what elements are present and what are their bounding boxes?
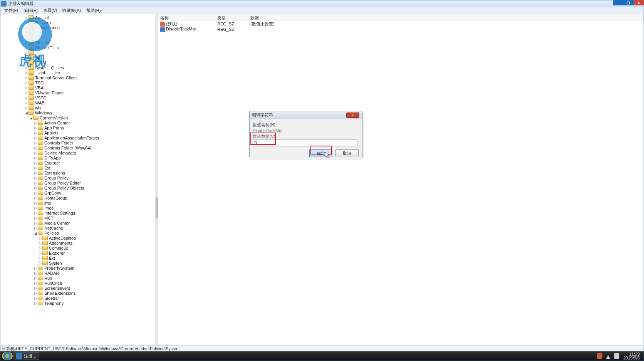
tree-node[interactable]: ▷Shell Extensions (1, 290, 158, 296)
expander-icon[interactable]: ▷ (34, 181, 38, 185)
expander-icon[interactable]: ▷ (34, 281, 38, 285)
expander-icon[interactable]: ▷ (34, 286, 38, 290)
expander-icon[interactable]: ▷ (24, 81, 29, 85)
col-type[interactable]: 类型 (215, 14, 248, 21)
expander-icon[interactable]: ▷ (34, 186, 38, 190)
cancel-button[interactable]: 取消 (335, 149, 359, 157)
tree-node[interactable]: ◢Policies (1, 230, 158, 235)
tree-node[interactable]: ▷Syste… C…tes (1, 65, 158, 70)
expander-icon[interactable]: ▷ (34, 171, 38, 175)
expander-icon[interactable]: ▷ (34, 291, 38, 295)
expander-icon[interactable]: ▷ (38, 246, 42, 250)
tree-node[interactable]: ▷Au…ial (1, 15, 158, 20)
tree-node[interactable]: ▷Group Policy Objects (1, 185, 158, 190)
close-button[interactable]: x (634, 0, 644, 5)
scrollbar-thumb[interactable] (156, 197, 158, 218)
expander-icon[interactable]: ▷ (38, 256, 42, 260)
tree-node[interactable]: ▷Explorer (1, 160, 158, 165)
expander-icon[interactable]: ▷ (38, 261, 42, 265)
expander-icon[interactable]: ▷ (34, 131, 38, 135)
expander-icon[interactable]: ▷ (34, 151, 38, 155)
expander-icon[interactable]: ▷ (34, 121, 38, 125)
tray-clock[interactable]: 11:29 2019/9/5 (623, 352, 640, 360)
tree-node[interactable]: ◢Windows (1, 110, 158, 115)
expander-icon[interactable]: ▷ (34, 296, 38, 300)
ok-button[interactable]: 确定 (309, 149, 332, 157)
tree-node[interactable]: ▷Controls Folder (Wow64) (1, 145, 158, 150)
tree-node[interactable]: ▷Attachments (1, 240, 158, 245)
expander-icon[interactable]: ▷ (24, 91, 29, 95)
expander-icon[interactable]: ▷ (24, 71, 29, 75)
tree-node[interactable]: ▷TPG (1, 80, 158, 85)
tree-node[interactable]: ▷… (1, 30, 158, 35)
tree-node[interactable]: ▷Sp… (1, 55, 158, 60)
expander-icon[interactable]: ▷ (24, 41, 29, 45)
taskbar-app-regedit[interactable]: 注册… (13, 352, 39, 360)
value-data-input[interactable] (253, 139, 357, 146)
dialog-close-button[interactable]: x (346, 112, 359, 118)
tree-node[interactable]: ▷…QM … (1, 60, 158, 65)
tray-network-icon[interactable] (614, 353, 619, 359)
tree-node[interactable]: ▷DIFxApp (1, 155, 158, 160)
expander-icon[interactable]: ▷ (24, 66, 29, 70)
tree-node[interactable]: ▷NetCache (1, 225, 158, 230)
tree-node[interactable]: ▷Sh…ed (1, 40, 158, 45)
expander-icon[interactable]: ▷ (24, 31, 29, 35)
maximize-button[interactable]: ▢ (623, 0, 634, 5)
tree-node[interactable]: ▷Systen (1, 260, 158, 265)
tree-node[interactable]: ▷wfs (1, 105, 158, 110)
tree-node[interactable]: ▷Screensavers (1, 285, 158, 290)
tree-node[interactable]: ▷ActiveDesktop (1, 235, 158, 240)
col-name[interactable]: 名称 (158, 14, 215, 21)
expander-icon[interactable]: ▷ (34, 141, 38, 145)
tree-node[interactable]: ▷HomeGroup (1, 195, 158, 200)
expander-icon[interactable]: ▷ (24, 26, 29, 30)
expander-icon[interactable]: ◢ (29, 116, 33, 120)
menu-file[interactable]: 文件(F) (2, 7, 20, 14)
expander-icon[interactable]: ▷ (24, 76, 29, 80)
expander-icon[interactable]: ▷ (24, 36, 29, 40)
tree-node[interactable]: ▷Applets (1, 130, 158, 135)
tree-node[interactable]: ▷Extensions (1, 170, 158, 175)
tree-node[interactable]: ▷ApplicationAssociationToasts (1, 135, 158, 140)
tree-node[interactable]: ▷VSTO (1, 95, 158, 100)
expander-icon[interactable]: ▷ (34, 136, 38, 140)
expander-icon[interactable]: ▷ (24, 46, 29, 50)
tree-node[interactable]: ▷Group Policy Editor (1, 180, 158, 185)
expander-icon[interactable]: ▷ (24, 106, 29, 110)
tree-node[interactable]: ◢CurrentVersion (1, 115, 158, 120)
menu-help[interactable]: 帮助(H) (84, 7, 103, 14)
tree-node[interactable]: ▷GrpConv (1, 190, 158, 195)
menu-favorites[interactable]: 收藏夹(A) (60, 7, 83, 14)
tree-scrollbar[interactable] (155, 14, 158, 345)
tree-node[interactable]: ▷Telephony (1, 301, 158, 306)
expander-icon[interactable]: ▷ (34, 276, 38, 280)
menu-view[interactable]: 查看(V) (41, 7, 60, 14)
tree-node[interactable]: ▷…Assistance (1, 25, 158, 30)
expander-icon[interactable]: ▷ (34, 221, 38, 225)
tree-node[interactable]: ▷Sidebar (1, 296, 158, 301)
tree-node[interactable]: ▷Ext (1, 255, 158, 260)
expander-icon[interactable]: ▷ (24, 51, 29, 55)
tree-node[interactable]: ▷Device Metadata (1, 150, 158, 155)
tree-node[interactable]: ▷VBA (1, 85, 158, 90)
tree-node[interactable]: ▷Action Center (1, 120, 158, 125)
expander-icon[interactable]: ▷ (24, 101, 29, 105)
tree-node[interactable]: ▷Internet Settings (1, 210, 158, 215)
expander-icon[interactable]: ◢ (34, 231, 38, 235)
expander-icon[interactable]: ▷ (38, 236, 42, 240)
expander-icon[interactable]: ▷ (34, 216, 38, 220)
list-row[interactable]: (默认)REG_SZ(数值未设置) (158, 21, 644, 27)
tree-node[interactable]: ▷Ext (1, 165, 158, 170)
tree-node[interactable]: ▷… (1, 50, 158, 55)
tree-node[interactable]: ▷Controls Folder (1, 140, 158, 145)
tree-pane[interactable]: ▷Au…ial▷R…pook▷…Assistance▷…▷…E▷Sh…ed▷Sh… (0, 14, 158, 345)
tree-node[interactable]: ▷RunOnce (1, 280, 158, 285)
tray-ime-icon[interactable] (597, 353, 602, 359)
tree-node[interactable]: ▷WAB (1, 100, 158, 105)
expander-icon[interactable]: ▷ (38, 251, 42, 255)
tree-node[interactable]: ▷PropertySystem (1, 265, 158, 270)
tree-node[interactable]: ▷Imee (1, 205, 158, 210)
expander-icon[interactable]: ◢ (24, 111, 29, 115)
tree-node[interactable]: ▷MCT (1, 215, 158, 220)
